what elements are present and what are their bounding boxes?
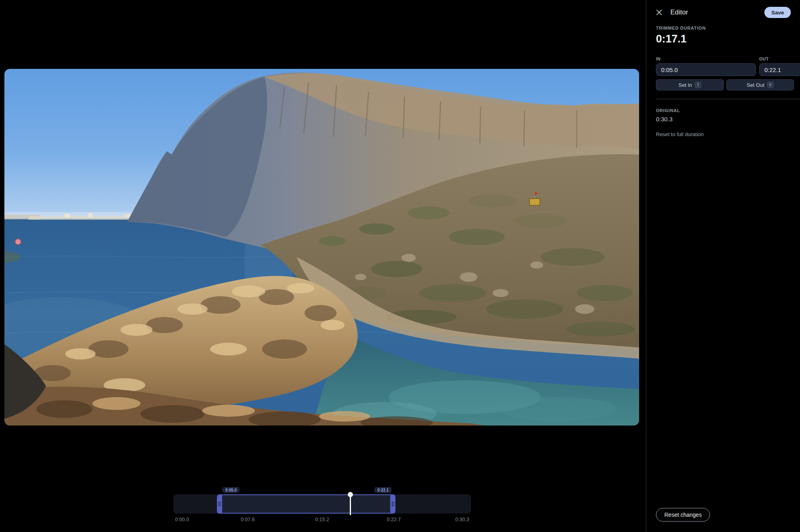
handle-grip: [391, 504, 394, 504]
save-button[interactable]: Save: [764, 7, 791, 18]
handle-grip: [391, 502, 394, 503]
close-icon: [656, 9, 662, 16]
set-in-out-row: Set In I Set Out O: [656, 79, 794, 90]
panel-title: Editor: [670, 8, 688, 16]
editor-panel-header: Editor Save: [654, 6, 791, 18]
in-input[interactable]: [656, 63, 756, 76]
editor-panel: Editor Save TRIMMED DURATION 0:17.1 IN O…: [646, 0, 800, 532]
out-field-group: OUT: [759, 56, 800, 76]
editor-panel-footer: Reset changes: [646, 508, 800, 532]
in-time-badge: 0:05.0: [223, 487, 239, 493]
tick-label: 0:00.0: [175, 517, 189, 522]
out-input[interactable]: [759, 63, 800, 76]
video-editor-app: 0:05.0 0:22.1 0:00.0 0:07.6 0:15.2 0:22.…: [0, 0, 800, 532]
tick-label: 0:22.7: [387, 517, 401, 522]
shortcut-key-i-badge: I: [695, 82, 701, 88]
reset-to-full-duration-link[interactable]: Reset to full duration: [656, 131, 704, 137]
set-in-button[interactable]: Set In I: [656, 79, 724, 90]
trimmed-duration-value: 0:17.1: [656, 34, 800, 44]
in-out-fields-row: IN OUT: [656, 56, 800, 76]
set-out-button[interactable]: Set Out O: [726, 79, 794, 90]
in-field-group: IN: [656, 56, 756, 76]
video-stage: 0:05.0 0:22.1 0:00.0 0:07.6 0:15.2 0:22.…: [0, 0, 646, 532]
shortcut-key-o-badge: O: [767, 82, 774, 88]
set-in-button-label: Set In: [678, 82, 692, 88]
trim-handle-out[interactable]: [390, 494, 395, 514]
playhead-knob[interactable]: [348, 492, 353, 497]
reset-changes-button[interactable]: Reset changes: [656, 508, 710, 522]
trim-selection[interactable]: [222, 494, 390, 514]
trim-handle-in[interactable]: [217, 494, 222, 514]
in-label: IN: [656, 56, 756, 61]
video-scene: [4, 69, 639, 426]
out-time-badge: 0:22.1: [375, 487, 391, 493]
tick-label: 0:30.3: [455, 517, 469, 522]
close-button[interactable]: [654, 8, 664, 17]
trim-timeline: 0:05.0 0:22.1 0:00.0 0:07.6 0:15.2 0:22.…: [173, 487, 471, 527]
section-divider: [656, 99, 800, 99]
handle-grip: [218, 502, 221, 503]
out-label: OUT: [759, 56, 800, 61]
set-out-button-label: Set Out: [747, 82, 764, 88]
handle-grip: [218, 505, 221, 506]
timeline-tick-labels: 0:00.0 0:07.6 0:15.2 0:22.7 0:30.3: [173, 517, 471, 523]
video-preview[interactable]: [4, 69, 639, 426]
tick-label: 0:15.2: [315, 517, 329, 522]
trimmed-duration-label: TRIMMED DURATION: [656, 26, 800, 30]
original-duration-label: ORIGINAL: [656, 108, 800, 113]
buoy-icon: [15, 239, 21, 245]
handle-grip: [218, 504, 221, 504]
handle-grip: [391, 505, 394, 506]
tick-label: 0:07.6: [241, 517, 255, 522]
original-duration-value: 0:30.3: [656, 116, 800, 122]
editor-panel-body: TRIMMED DURATION 0:17.1 IN OUT Set In I: [646, 18, 800, 508]
